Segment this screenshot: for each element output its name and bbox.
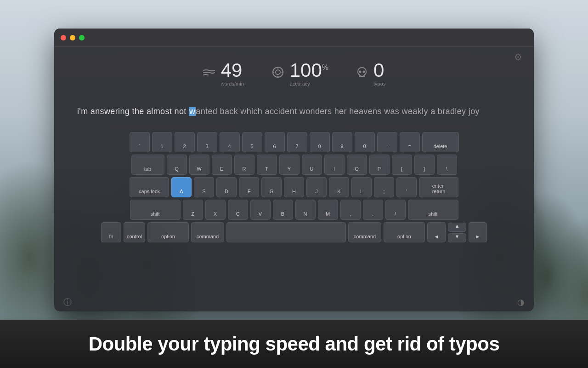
key-backtick[interactable]: ` — [130, 132, 150, 152]
typos-label: typos — [373, 81, 385, 86]
key-k[interactable]: K — [329, 177, 349, 197]
minimize-button[interactable] — [70, 35, 75, 40]
key-z[interactable]: Z — [183, 200, 203, 220]
key-lbracket[interactable]: [ — [392, 155, 412, 175]
key-equals[interactable]: = — [400, 132, 420, 152]
key-j[interactable]: J — [306, 177, 327, 197]
app-window: ⚙ 49 words/min — [54, 29, 534, 311]
close-button[interactable] — [61, 35, 66, 40]
wind-icon — [203, 67, 215, 80]
key-quote[interactable]: ' — [396, 177, 417, 197]
key-0[interactable]: 0 — [355, 132, 375, 152]
key-left[interactable]: ◄ — [427, 222, 446, 242]
key-comma[interactable]: , — [340, 200, 361, 220]
qwerty-row: tab Q W E R T Y U I O P [ ] \ — [68, 155, 520, 175]
typing-text-display: i'm answering the almost not wanted back… — [54, 96, 534, 127]
settings-button[interactable]: ⚙ — [514, 52, 522, 63]
key-command-left[interactable]: command — [191, 222, 224, 242]
key-e[interactable]: E — [212, 155, 232, 175]
number-row: ` 1 2 3 4 5 6 7 8 9 0 - = delete — [68, 132, 520, 152]
key-f[interactable]: F — [239, 177, 259, 197]
key-s[interactable]: S — [194, 177, 214, 197]
key-t[interactable]: T — [257, 155, 277, 175]
key-period[interactable]: . — [363, 200, 383, 220]
svg-point-1 — [276, 70, 280, 75]
key-shift-left[interactable]: shift — [130, 200, 181, 220]
key-enter[interactable]: enterreturn — [419, 177, 458, 197]
key-option-right[interactable]: option — [384, 222, 425, 242]
key-q[interactable]: Q — [167, 155, 187, 175]
key-control[interactable]: control — [124, 222, 145, 242]
pie-button[interactable]: ◑ — [517, 297, 525, 307]
key-4[interactable]: 4 — [220, 132, 240, 152]
key-delete[interactable]: delete — [422, 132, 459, 152]
key-capslock[interactable]: caps lock — [130, 177, 169, 197]
key-1[interactable]: 1 — [152, 132, 172, 152]
key-command-right[interactable]: command — [348, 222, 381, 242]
accuracy-icon — [271, 66, 284, 81]
key-7[interactable]: 7 — [287, 132, 307, 152]
key-h[interactable]: H — [284, 177, 304, 197]
key-u[interactable]: U — [302, 155, 322, 175]
wpm-stat: 49 words/min — [203, 61, 244, 86]
key-up[interactable]: ▲ — [448, 223, 466, 232]
key-option-left[interactable]: option — [147, 222, 189, 242]
key-w[interactable]: W — [189, 155, 209, 175]
key-b[interactable]: B — [273, 200, 293, 220]
svg-point-6 — [359, 71, 362, 73]
key-8[interactable]: 8 — [310, 132, 330, 152]
key-slash[interactable]: / — [385, 200, 406, 220]
info-button[interactable]: ⓘ — [63, 297, 72, 308]
key-fn[interactable]: fn — [101, 222, 121, 242]
key-backslash[interactable]: \ — [437, 155, 457, 175]
stats-row: 49 words/min 100% accuracy — [54, 47, 534, 96]
key-o[interactable]: O — [347, 155, 367, 175]
key-d[interactable]: D — [216, 177, 237, 197]
bottom-row: fn control option command command option… — [68, 222, 520, 242]
accuracy-label: accuracy — [290, 81, 328, 86]
key-semicolon[interactable]: ; — [374, 177, 394, 197]
key-down[interactable]: ▼ — [448, 233, 466, 242]
key-x[interactable]: X — [205, 200, 226, 220]
key-i[interactable]: I — [324, 155, 345, 175]
svg-point-0 — [273, 67, 283, 77]
keyboard: ` 1 2 3 4 5 6 7 8 9 0 - = delete tab Q W… — [54, 127, 534, 252]
titlebar — [54, 29, 534, 47]
key-3[interactable]: 3 — [197, 132, 217, 152]
typos-stat: 0 typos — [356, 61, 385, 86]
arrow-up-down: ▲ ▼ — [448, 223, 466, 242]
key-2[interactable]: 2 — [175, 132, 195, 152]
key-m[interactable]: M — [318, 200, 338, 220]
window-bottom-bar: ⓘ ◑ — [54, 293, 534, 311]
key-rbracket[interactable]: ] — [414, 155, 435, 175]
key-c[interactable]: C — [228, 200, 248, 220]
zxcv-row: shift Z X C V B N M , . / shift — [68, 200, 520, 220]
key-l[interactable]: L — [351, 177, 372, 197]
key-9[interactable]: 9 — [332, 132, 352, 152]
cursor-char: w — [189, 107, 196, 116]
key-shift-right[interactable]: shift — [408, 200, 458, 220]
key-minus[interactable]: - — [377, 132, 397, 152]
bottom-caption-bar: Double your typing speed and get rid of … — [0, 320, 588, 368]
key-right[interactable]: ► — [469, 222, 487, 242]
key-g[interactable]: G — [261, 177, 282, 197]
key-5[interactable]: 5 — [242, 132, 262, 152]
key-6[interactable]: 6 — [265, 132, 285, 152]
typed-text: i'm answering the almost not — [77, 107, 189, 116]
traffic-lights — [61, 35, 85, 40]
maximize-button[interactable] — [79, 35, 85, 40]
key-y[interactable]: Y — [279, 155, 300, 175]
caption-text: Double your typing speed and get rid of … — [89, 333, 500, 355]
key-n[interactable]: N — [295, 200, 316, 220]
key-tab[interactable]: tab — [131, 155, 164, 175]
skull-icon — [356, 66, 368, 81]
wpm-label: words/min — [221, 81, 244, 86]
key-v[interactable]: V — [250, 200, 271, 220]
key-p[interactable]: P — [369, 155, 390, 175]
key-a[interactable]: A — [171, 177, 192, 197]
key-space[interactable] — [226, 222, 346, 242]
accuracy-value: 100% — [290, 61, 328, 80]
wpm-value: 49 — [221, 61, 244, 80]
key-r[interactable]: R — [234, 155, 254, 175]
remaining-text: anted back which accident wonders her he… — [196, 107, 480, 116]
